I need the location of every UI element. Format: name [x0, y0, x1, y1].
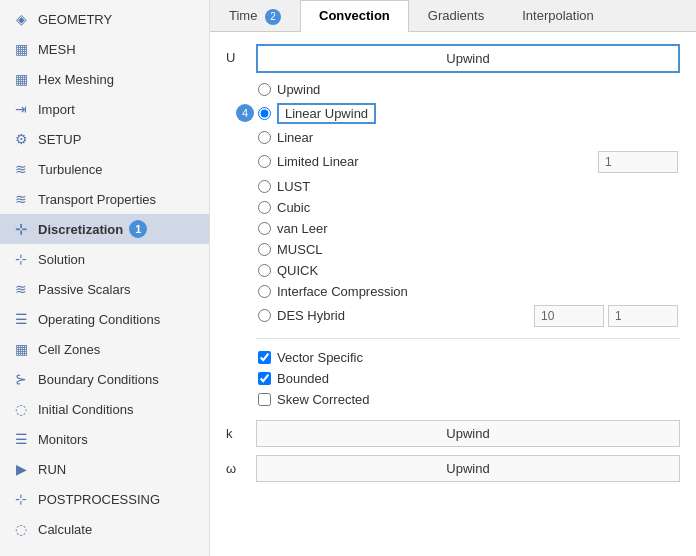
sidebar-item-solution[interactable]: ⊹ Solution: [0, 244, 209, 274]
radio-quick-label: QUICK: [277, 263, 318, 278]
radio-cubic[interactable]: Cubic: [256, 197, 680, 218]
tab-bar: Time 2 Convection Gradients Interpolatio…: [210, 0, 696, 32]
discretization-icon: ⊹: [12, 220, 30, 238]
radio-lust[interactable]: LUST: [256, 176, 680, 197]
radio-upwind-label: Upwind: [277, 82, 320, 97]
sidebar-item-label: Cell Zones: [38, 342, 100, 357]
cell-zones-icon: ▦: [12, 340, 30, 358]
tab-time-label: Time: [229, 8, 257, 23]
tab-convection-label: Convection: [319, 8, 390, 23]
sidebar-item-initial[interactable]: ◌ Initial Conditions: [0, 394, 209, 424]
badge-4: 4: [236, 104, 254, 122]
transport-icon: ≋: [12, 190, 30, 208]
des-input-2[interactable]: [608, 305, 678, 327]
radio-lust-label: LUST: [277, 179, 310, 194]
radio-quick[interactable]: QUICK: [256, 260, 680, 281]
k-scheme-display[interactable]: Upwind: [256, 420, 680, 447]
sidebar-item-label: Monitors: [38, 432, 88, 447]
sidebar-item-boundary[interactable]: ⊱ Boundary Conditions: [0, 364, 209, 394]
tab-interpolation-label: Interpolation: [522, 8, 594, 23]
sidebar: ◈ GEOMETRY ▦ MESH ▦ Hex Meshing ⇥ Import…: [0, 0, 210, 556]
sidebar-item-label: Initial Conditions: [38, 402, 133, 417]
tab-gradients-label: Gradients: [428, 8, 484, 23]
radio-des-label: DES Hybrid: [277, 308, 345, 323]
u-scheme-content: Upwind Upwind 4 Linear Upwind: [256, 44, 680, 410]
sidebar-item-monitors[interactable]: ☰ Monitors: [0, 424, 209, 454]
radio-muscl[interactable]: MUSCL: [256, 239, 680, 260]
radio-interface-label: Interface Compression: [277, 284, 408, 299]
sidebar-item-label: MESH: [38, 42, 76, 57]
radio-limited-linear-label: Limited Linear: [277, 154, 359, 169]
sidebar-item-label: Operating Conditions: [38, 312, 160, 327]
sidebar-item-label: Discretization: [38, 222, 123, 237]
sidebar-item-mesh[interactable]: ▦ MESH: [0, 34, 209, 64]
sidebar-item-calculate[interactable]: ◌ Calculate: [0, 514, 209, 544]
operating-icon: ☰: [12, 310, 30, 328]
sidebar-item-label: Boundary Conditions: [38, 372, 159, 387]
checkbox-skew-label: Skew Corrected: [277, 392, 369, 407]
checkbox-skew-corrected[interactable]: Skew Corrected: [256, 389, 680, 410]
geometry-icon: ◈: [12, 10, 30, 28]
calculate-icon: ◌: [12, 520, 30, 538]
radio-limited-linear[interactable]: Limited Linear: [256, 148, 680, 176]
radio-des-hybrid[interactable]: DES Hybrid: [256, 302, 680, 330]
sidebar-item-discretization[interactable]: ⊹ Discretization 1: [0, 214, 209, 244]
sidebar-item-label: RUN: [38, 462, 66, 477]
sidebar-item-cell-zones[interactable]: ▦ Cell Zones: [0, 334, 209, 364]
checkbox-vector-specific[interactable]: Vector Specific: [256, 347, 680, 368]
tab-convection[interactable]: Convection: [300, 0, 409, 32]
radio-van-leer[interactable]: van Leer: [256, 218, 680, 239]
tab-interpolation[interactable]: Interpolation: [503, 0, 613, 32]
omega-row: ω Upwind: [226, 455, 680, 482]
sidebar-item-setup[interactable]: ⚙ SETUP: [0, 124, 209, 154]
solution-icon: ⊹: [12, 250, 30, 268]
radio-interface-compression[interactable]: Interface Compression: [256, 281, 680, 302]
monitors-icon: ☰: [12, 430, 30, 448]
radio-upwind[interactable]: Upwind: [256, 79, 680, 100]
radio-linear-label: Linear: [277, 130, 313, 145]
omega-scheme-display[interactable]: Upwind: [256, 455, 680, 482]
sidebar-item-turbulence[interactable]: ≋ Turbulence: [0, 154, 209, 184]
tab-gradients[interactable]: Gradients: [409, 0, 503, 32]
sidebar-item-label: POSTPROCESSING: [38, 492, 160, 507]
import-icon: ⇥: [12, 100, 30, 118]
omega-label: ω: [226, 461, 256, 476]
checkbox-vector-label: Vector Specific: [277, 350, 363, 365]
checkbox-bounded-label: Bounded: [277, 371, 329, 386]
radio-cubic-label: Cubic: [277, 200, 310, 215]
radio-linear[interactable]: Linear: [256, 127, 680, 148]
sidebar-item-label: GEOMETRY: [38, 12, 112, 27]
sidebar-item-label: Import: [38, 102, 75, 117]
sidebar-item-hex-meshing[interactable]: ▦ Hex Meshing: [0, 64, 209, 94]
sidebar-item-label: Transport Properties: [38, 192, 156, 207]
sidebar-item-label: Solution: [38, 252, 85, 267]
sidebar-item-label: Turbulence: [38, 162, 103, 177]
u-scheme-display[interactable]: Upwind: [256, 44, 680, 73]
sidebar-item-geometry[interactable]: ◈ GEOMETRY: [0, 4, 209, 34]
sidebar-item-operating[interactable]: ☰ Operating Conditions: [0, 304, 209, 334]
setup-icon: ⚙: [12, 130, 30, 148]
sidebar-item-passive-scalars[interactable]: ≋ Passive Scalars: [0, 274, 209, 304]
tab-time[interactable]: Time 2: [210, 0, 300, 32]
sidebar-item-run[interactable]: ▶ RUN: [0, 454, 209, 484]
sidebar-item-label: Calculate: [38, 522, 92, 537]
sidebar-item-transport[interactable]: ≋ Transport Properties: [0, 184, 209, 214]
boundary-icon: ⊱: [12, 370, 30, 388]
radio-linear-upwind-label: Linear Upwind: [285, 106, 368, 121]
u-field-row: U Upwind Upwind 4 Linear Upwind: [226, 44, 680, 410]
checkbox-bounded[interactable]: Bounded: [256, 368, 680, 389]
discretization-badge: 1: [129, 220, 147, 238]
sidebar-item-label: SETUP: [38, 132, 81, 147]
sidebar-item-postprocessing[interactable]: ⊹ POSTPROCESSING: [0, 484, 209, 514]
radio-linear-upwind[interactable]: 4 Linear Upwind: [256, 100, 680, 127]
k-label: k: [226, 426, 256, 441]
sidebar-item-import[interactable]: ⇥ Import: [0, 94, 209, 124]
postprocessing-icon: ⊹: [12, 490, 30, 508]
convection-content: U Upwind Upwind 4 Linear Upwind: [210, 32, 696, 556]
linear-upwind-highlight: Linear Upwind: [277, 103, 376, 124]
radio-van-leer-label: van Leer: [277, 221, 328, 236]
limited-linear-input[interactable]: [598, 151, 678, 173]
main-panel: Time 2 Convection Gradients Interpolatio…: [210, 0, 696, 556]
des-input-1[interactable]: [534, 305, 604, 327]
passive-scalars-icon: ≋: [12, 280, 30, 298]
